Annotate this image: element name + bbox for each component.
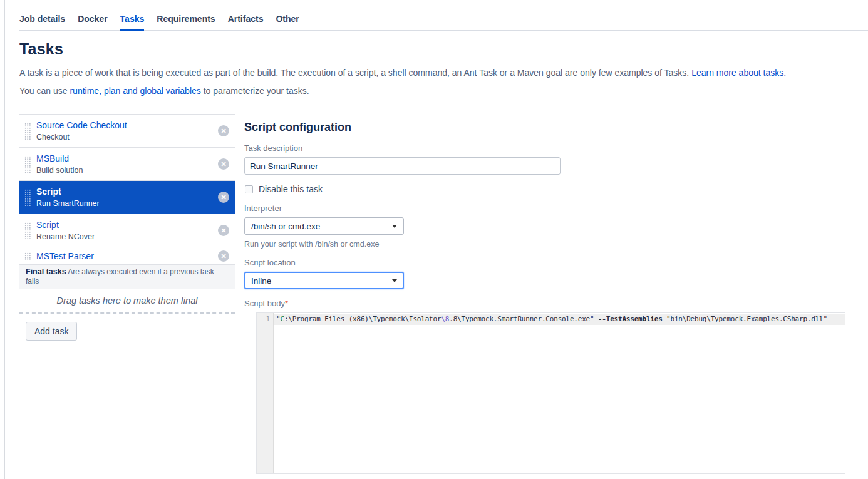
drag-handle-icon[interactable] xyxy=(24,222,31,239)
task-subtitle: Rename NCover xyxy=(36,232,95,242)
interpreter-selected-value: /bin/sh or cmd.exe xyxy=(251,222,320,231)
job-config-tabbar: Job details Docker Tasks Requirements Ar… xyxy=(19,0,868,31)
delete-task-icon[interactable]: ✕ xyxy=(218,192,229,203)
required-marker: * xyxy=(285,299,288,308)
line-number: 1 xyxy=(257,314,270,325)
task-subtitle: Build solution xyxy=(36,165,83,176)
drag-handle-icon[interactable] xyxy=(24,123,31,140)
interpreter-label: Interpreter xyxy=(244,203,868,213)
add-task-button[interactable]: Add task xyxy=(26,322,77,341)
code-line-1[interactable]: "C:\Program Files (x86)\Typemock\Isolato… xyxy=(274,314,845,325)
dropdown-arrow-icon xyxy=(392,279,397,282)
task-item-source-code-checkout[interactable]: Source Code Checkout Checkout ✕ xyxy=(19,115,235,148)
editor-code-area[interactable]: "C:\Program Files (x86)\Typemock\Isolato… xyxy=(274,313,845,473)
tab-tasks[interactable]: Tasks xyxy=(120,14,145,31)
drag-handle-icon[interactable] xyxy=(24,156,31,173)
tab-job-details[interactable]: Job details xyxy=(19,14,65,31)
script-location-selected-value: Inline xyxy=(251,276,271,286)
learn-more-link[interactable]: Learn more about tasks. xyxy=(691,68,786,78)
editor-line-number-gutter: 1 xyxy=(257,313,274,473)
task-list-panel: Source Code Checkout Checkout ✕ MSBuild … xyxy=(19,114,235,476)
script-body-label-text: Script body xyxy=(244,299,285,308)
task-item-mstest-parser[interactable]: MSTest Parser ✕ xyxy=(19,247,235,265)
task-item-script-rename-ncover[interactable]: Script Rename NCover ✕ xyxy=(19,214,235,247)
task-list: Source Code Checkout Checkout ✕ MSBuild … xyxy=(19,114,235,265)
variables-hint-text: You can use runtime, plan and global var… xyxy=(19,86,849,96)
tab-requirements[interactable]: Requirements xyxy=(157,14,215,31)
interpreter-help-text: Run your script with /bin/sh or cmd.exe xyxy=(244,240,868,249)
drag-handle-icon[interactable] xyxy=(24,252,31,260)
script-configuration-heading: Script configuration xyxy=(244,121,868,134)
final-tasks-header: Final tasks Are always executed even if … xyxy=(19,265,235,289)
script-location-select[interactable]: Inline xyxy=(244,272,404,289)
variables-link[interactable]: runtime, plan and global variables xyxy=(70,86,200,96)
drop-zone-hint: Drag tasks here to make them final xyxy=(57,296,198,306)
final-tasks-drop-zone[interactable]: Drag tasks here to make them final xyxy=(19,289,235,314)
delete-task-icon[interactable]: ✕ xyxy=(218,158,229,170)
task-subtitle: Run SmartRunner xyxy=(36,198,100,209)
task-title[interactable]: MSTest Parser xyxy=(36,250,94,262)
tab-artifacts[interactable]: Artifacts xyxy=(228,14,264,31)
code-line-content: "C:\Program Files (x86)\Typemock\Isolato… xyxy=(276,315,827,323)
task-title[interactable]: Source Code Checkout xyxy=(36,120,127,131)
delete-task-icon[interactable]: ✕ xyxy=(218,250,229,262)
delete-task-icon[interactable]: ✕ xyxy=(218,225,229,236)
task-subtitle: Checkout xyxy=(36,132,127,143)
script-configuration-panel: Script configuration Task description Di… xyxy=(235,114,868,476)
interpreter-select[interactable]: /bin/sh or cmd.exe xyxy=(244,217,404,235)
script-body-label: Script body* xyxy=(244,299,868,308)
task-description-label: Task description xyxy=(244,143,868,153)
page-left-border xyxy=(4,0,5,479)
task-title[interactable]: Script xyxy=(36,186,100,197)
page-title: Tasks xyxy=(19,40,849,58)
vars-prefix: You can use xyxy=(19,86,68,96)
tasks-intro-text: A task is a piece of work that is being … xyxy=(19,67,849,79)
vars-suffix: to parameterize your tasks. xyxy=(204,86,309,96)
task-description-input[interactable] xyxy=(244,157,561,175)
final-tasks-label: Final tasks xyxy=(26,267,66,276)
disable-task-checkbox[interactable] xyxy=(245,185,253,193)
intro-sentence: A task is a piece of work that is being … xyxy=(19,68,689,78)
task-title[interactable]: Script xyxy=(36,219,95,230)
dropdown-arrow-icon xyxy=(392,225,397,228)
task-title[interactable]: MSBuild xyxy=(36,153,83,164)
tab-other[interactable]: Other xyxy=(276,14,299,31)
task-item-script-smartrunner[interactable]: Script Run SmartRunner ✕ xyxy=(19,181,235,214)
script-location-label: Script location xyxy=(244,258,868,267)
drag-handle-icon[interactable] xyxy=(24,189,31,206)
script-body-editor[interactable]: 1 "C:\Program Files (x86)\Typemock\Isola… xyxy=(256,312,845,474)
disable-task-label[interactable]: Disable this task xyxy=(259,184,323,194)
delete-task-icon[interactable]: ✕ xyxy=(218,125,229,136)
tab-docker[interactable]: Docker xyxy=(78,14,107,31)
task-item-msbuild[interactable]: MSBuild Build solution ✕ xyxy=(19,148,235,181)
